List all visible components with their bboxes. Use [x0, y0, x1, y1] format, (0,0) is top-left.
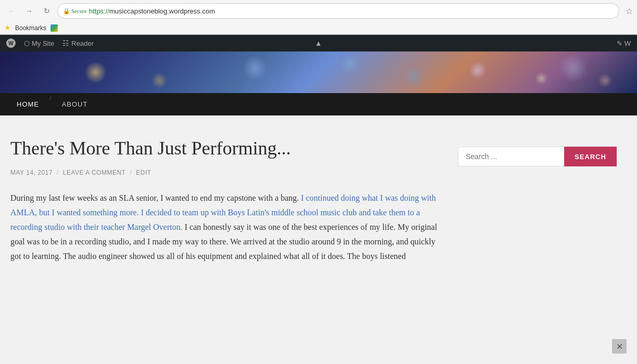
leave-comment-link[interactable]: LEAVE A COMMENT — [63, 169, 126, 176]
blog-post: There's More Than Just Performing... MAY… — [10, 136, 437, 264]
search-button[interactable]: SEARCH — [564, 147, 617, 166]
my-site-label: My Site — [32, 40, 54, 47]
browser-toolbar: ← → ↻ 🔒 Secure https://musiccapstoneblog… — [0, 0, 637, 22]
bookmarks-bar: ★ Bookmarks — [0, 22, 637, 34]
secure-icon: 🔒 Secure — [63, 8, 87, 15]
write-button[interactable]: ✎ W — [617, 40, 631, 47]
collapse-icon[interactable]: ▲ — [315, 39, 322, 47]
wp-logo-icon[interactable]: W — [6, 38, 16, 48]
edit-link[interactable]: EDIT — [136, 169, 151, 176]
url-display: https://musiccapstoneblog.wordpress.com — [89, 7, 215, 15]
forward-button[interactable]: → — [22, 4, 36, 18]
wp-admin-bar: W ⬡ My Site ☷ Reader ▲ ✎ W — [0, 35, 637, 51]
sidebar: SEARCH — [458, 136, 604, 274]
site-header — [0, 51, 637, 93]
browser-chrome: ← → ↻ 🔒 Secure https://musiccapstoneblog… — [0, 0, 637, 35]
bookmark-star-button[interactable]: ☆ — [626, 6, 633, 16]
main-wrapper: There's More Than Just Performing... MAY… — [0, 115, 637, 295]
google-drive-icon[interactable] — [50, 24, 58, 32]
bookmark-star-icon: ★ — [4, 23, 11, 32]
wp-admin-bar-right: ✎ W — [617, 40, 631, 47]
nav-home[interactable]: HOME — [8, 93, 47, 115]
my-site-icon: ⬡ — [24, 40, 30, 47]
reader-icon: ☷ — [62, 39, 69, 47]
bookmarks-label[interactable]: Bookmarks — [15, 24, 46, 32]
search-input[interactable] — [458, 147, 564, 166]
url-domain: musiccapstoneblog.wordpress.com — [109, 7, 215, 15]
search-widget: SEARCH — [458, 147, 604, 166]
url-https: https:// — [89, 7, 109, 15]
post-content: During my last few weeks as an SLA senio… — [10, 191, 437, 264]
write-label: W — [625, 40, 631, 47]
para1-before: During my last few weeks as an SLA senio… — [10, 193, 299, 202]
post-meta: MAY 14, 2017 / LEAVE A COMMENT / EDIT — [10, 169, 437, 176]
reader-item[interactable]: ☷ Reader — [62, 39, 94, 47]
reload-button[interactable]: ↻ — [40, 4, 54, 18]
wp-admin-bar-left: W ⬡ My Site ☷ Reader — [6, 38, 94, 48]
address-bar[interactable]: 🔒 Secure https://musiccapstoneblog.wordp… — [57, 3, 619, 19]
bokeh-overlay — [0, 51, 637, 93]
secure-label: Secure — [71, 8, 87, 14]
meta-sep-1: / — [57, 169, 59, 176]
content-area: There's More Than Just Performing... MAY… — [10, 136, 437, 274]
nav-about[interactable]: ABOUT — [54, 93, 96, 115]
write-icon: ✎ — [617, 40, 622, 47]
my-site-item[interactable]: ⬡ My Site — [24, 40, 54, 47]
reader-label: Reader — [71, 40, 94, 47]
post-paragraph-1: During my last few weeks as an SLA senio… — [10, 191, 437, 264]
post-date: MAY 14, 2017 — [10, 169, 53, 176]
site-navigation: HOME / ABOUT — [0, 93, 637, 115]
meta-sep-2: / — [130, 169, 132, 176]
back-button[interactable]: ← — [4, 4, 19, 18]
post-title: There's More Than Just Performing... — [10, 136, 437, 161]
